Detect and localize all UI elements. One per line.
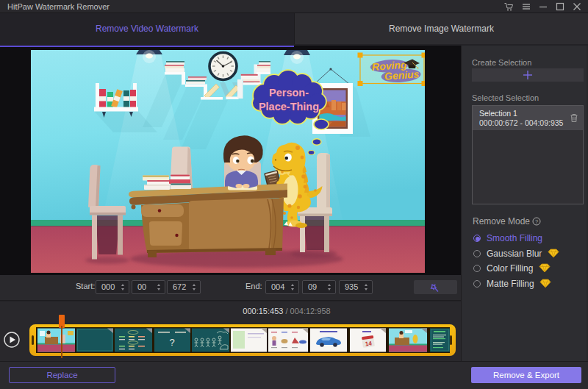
svg-text:Place-Thing: Place-Thing — [259, 101, 319, 113]
svg-text:14: 14 — [365, 340, 373, 347]
svg-text:Genius: Genius — [384, 68, 420, 82]
svg-text:?: ? — [535, 218, 538, 225]
svg-text:Person-: Person- — [269, 87, 309, 99]
svg-text:?: ? — [169, 337, 174, 348]
